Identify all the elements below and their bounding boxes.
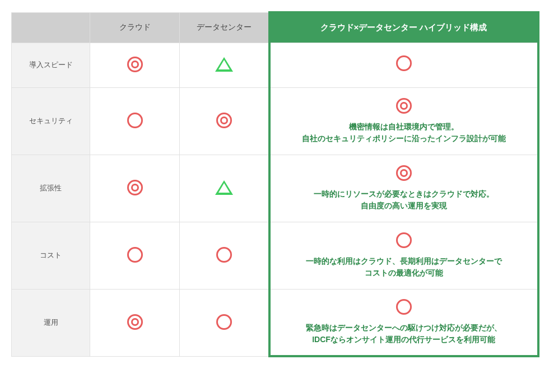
datacenter-double-circle-icon [216,113,232,128]
row-label: コスト [12,222,90,289]
hybrid-icon-wrap [276,299,532,316]
cloud-cell [90,43,180,87]
row-label: 拡張性 [12,155,90,222]
datacenter-cell [180,289,269,356]
table-row: 運用緊急時はデータセンターへの駆けつけ対応が必要だが、IDCFならオンサイト運用… [12,289,538,356]
datacenter-cell [180,87,269,155]
hybrid-icon-wrap [276,165,532,183]
hybrid-cell: 一時的にリソースが必要なときはクラウドで対応。自由度の高い運用を実現 [269,155,538,222]
header-datacenter: データセンター [180,12,269,43]
cloud-cell [90,87,180,155]
header-row: クラウド データセンター クラウド×データセンター ハイブリッド構成 [12,12,538,43]
cloud-cell [90,222,180,289]
comparison-table: クラウド データセンター クラウド×データセンター ハイブリッド構成 導入スピー… [11,11,539,357]
datacenter-triangle-icon [215,180,233,195]
row-label: セキュリティ [12,87,90,155]
cloud-circle-icon [127,113,143,128]
hybrid-cell: 機密情報は自社環境内で管理。自社のセキュリティポリシーに沿ったインフラ設計が可能 [269,87,538,155]
datacenter-cell [180,43,269,87]
hybrid-description: 一時的な利用はクラウド、長期利用はデータセンターでコストの最適化が可能 [276,255,532,279]
header-blank [12,12,90,43]
cloud-circle-icon [127,247,143,263]
cloud-cell [90,155,180,222]
hybrid-description: 一時的にリソースが必要なときはクラウドで対応。自由度の高い運用を実現 [276,188,532,212]
datacenter-circle-icon [216,314,232,330]
cloud-double-circle-icon [127,180,143,195]
hybrid-circle-icon [396,232,412,248]
hybrid-cell [269,43,538,87]
table-row: セキュリティ機密情報は自社環境内で管理。自社のセキュリティポリシーに沿ったインフ… [12,87,538,155]
hybrid-cell: 緊急時はデータセンターへの駆けつけ対応が必要だが、IDCFならオンサイト運用の代… [269,289,538,356]
hybrid-description: 緊急時はデータセンターへの駆けつけ対応が必要だが、IDCFならオンサイト運用の代… [276,322,532,346]
hybrid-double-circle-icon [396,98,412,114]
table-row: コスト一時的な利用はクラウド、長期利用はデータセンターでコストの最適化が可能 [12,222,538,289]
hybrid-cell: 一時的な利用はクラウド、長期利用はデータセンターでコストの最適化が可能 [269,222,538,289]
hybrid-double-circle-icon [396,165,412,181]
datacenter-cell [180,222,269,289]
table-row: 拡張性一時的にリソースが必要なときはクラウドで対応。自由度の高い運用を実現 [12,155,538,222]
hybrid-icon-wrap [276,98,532,115]
hybrid-icon-wrap [276,55,532,73]
row-label: 導入スピード [12,43,90,87]
hybrid-circle-icon [396,299,412,315]
hybrid-circle-icon [396,55,412,71]
row-label: 運用 [12,289,90,356]
cloud-cell [90,289,180,356]
datacenter-cell [180,155,269,222]
cloud-double-circle-icon [127,57,143,72]
datacenter-triangle-icon [215,57,233,72]
header-cloud: クラウド [90,12,180,43]
header-hybrid: クラウド×データセンター ハイブリッド構成 [269,12,538,43]
hybrid-description: 機密情報は自社環境内で管理。自社のセキュリティポリシーに沿ったインフラ設計が可能 [276,121,532,144]
datacenter-circle-icon [216,247,232,263]
hybrid-icon-wrap [276,232,532,250]
cloud-double-circle-icon [127,314,143,330]
table-row: 導入スピード [12,43,538,87]
